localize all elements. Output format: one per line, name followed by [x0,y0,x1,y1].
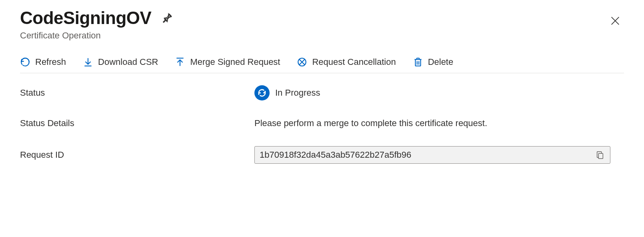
page-title: CodeSigningOV [20,8,151,28]
status-details-value: Please perform a merge to complete this … [254,118,624,129]
status-value-wrap: In Progress [254,85,624,100]
details-section: Status In Progress Status Details Please… [20,85,624,164]
merge-signed-button[interactable]: Merge Signed Request [175,57,280,67]
svg-rect-3 [598,153,603,159]
status-details-label: Status Details [20,118,254,129]
close-icon [610,15,621,26]
page-subtitle: Certificate Operation [20,30,175,41]
status-label: Status [20,88,254,98]
download-csr-label: Download CSR [98,57,158,67]
request-id-value: 1b70918f32da45a3ab57622b27a5fb96 [260,150,411,160]
cancel-icon [297,57,307,67]
download-csr-button[interactable]: Download CSR [83,57,158,67]
upload-icon [175,57,185,67]
pin-button[interactable] [159,10,175,26]
copy-button[interactable] [595,150,605,160]
status-value: In Progress [275,88,320,98]
refresh-icon [20,57,30,67]
request-id-field: 1b70918f32da45a3ab57622b27a5fb96 [254,146,610,164]
status-row: Status In Progress [20,85,624,100]
trash-icon [413,57,423,67]
title-block: CodeSigningOV Certificate Operation [20,8,175,41]
request-cancellation-label: Request Cancellation [312,57,396,67]
toolbar: Refresh Download CSR Merge Signed Reques… [20,57,624,73]
request-id-row: Request ID 1b70918f32da45a3ab57622b27a5f… [20,146,624,164]
copy-icon [596,151,604,159]
request-cancellation-button[interactable]: Request Cancellation [297,57,396,67]
merge-signed-label: Merge Signed Request [190,57,280,67]
request-id-label: Request ID [20,150,254,160]
header: CodeSigningOV Certificate Operation [20,8,624,41]
delete-label: Delete [428,57,454,67]
delete-button[interactable]: Delete [413,57,454,67]
in-progress-icon [254,85,270,100]
close-button[interactable] [606,12,624,30]
status-details-row: Status Details Please perform a merge to… [20,118,624,129]
download-icon [83,57,93,67]
refresh-label: Refresh [35,57,66,67]
pin-icon [162,12,173,24]
refresh-button[interactable]: Refresh [20,57,66,67]
